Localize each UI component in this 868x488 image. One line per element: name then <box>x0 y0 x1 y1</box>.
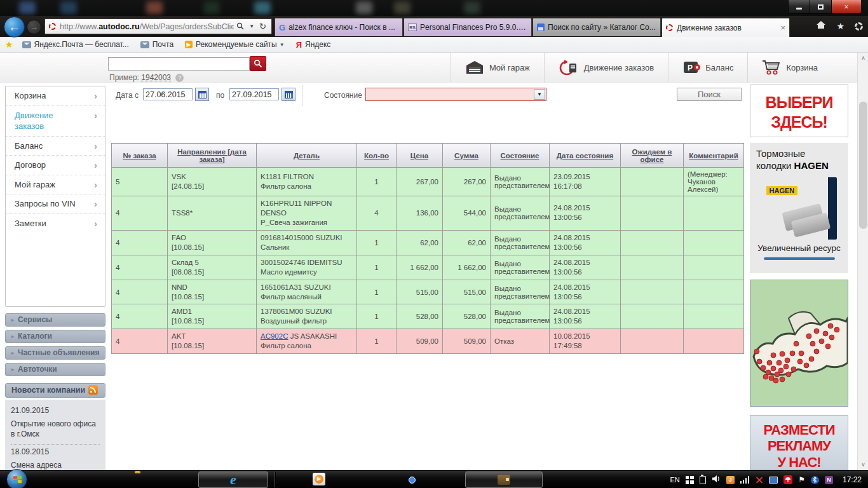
col-part[interactable]: Деталь <box>257 144 357 168</box>
news-item[interactable]: Открытие нового офиса в г.Омск <box>11 419 100 439</box>
address-dropdown-icon[interactable]: ▼ <box>249 24 254 29</box>
favorite-recommended-sites[interactable]: ▶ Рекомендуемые сайты ▼ <box>185 40 285 49</box>
favorite-yandex[interactable]: Я Яндекс <box>296 40 331 50</box>
date-to-input[interactable] <box>229 88 279 100</box>
tab-alzex-search[interactable]: G alzex finance ключ - Поиск в ... <box>275 18 403 36</box>
restore-button[interactable] <box>810 0 832 13</box>
forward-button[interactable]: → <box>27 20 41 34</box>
taskbar-ie-button[interactable]: e <box>198 471 268 488</box>
ad-place-advert[interactable]: РАЗМЕСТИ РЕКЛАМУ У НАС! <box>750 415 848 470</box>
help-icon[interactable]: ? <box>175 74 184 82</box>
col-price[interactable]: Цена <box>397 144 443 168</box>
sidebar-item-orders-movement[interactable]: Движение заказов› <box>6 106 105 137</box>
volume-icon[interactable] <box>712 474 721 485</box>
avira-antivirus-icon[interactable] <box>783 475 792 484</box>
col-sum[interactable]: Сумма <box>443 144 491 168</box>
tab-orders-movement[interactable]: Движение заказов × <box>661 18 790 37</box>
ad-hagen-brake-pads[interactable]: Тормозные колодки HAGEN HAGEN Увеличенны… <box>750 143 848 273</box>
calendar-button[interactable] <box>195 88 209 101</box>
nav-balance[interactable]: Р Баланс <box>668 53 747 82</box>
col-state-date[interactable]: Дата состояния <box>550 144 621 168</box>
col-order-no[interactable]: № заказа <box>112 144 168 168</box>
display-icon[interactable] <box>769 477 778 484</box>
sidebar-item-notes[interactable]: Заметки› <box>6 214 105 233</box>
ad-choose-here[interactable]: ВЫБЕРИ ЗДЕСЬ! <box>750 85 848 137</box>
sidebar-item-vin-requests[interactable]: Запросы по VIN› <box>6 194 105 214</box>
sidebar-item-cart[interactable]: Корзина› <box>6 86 105 106</box>
example-order-link[interactable]: 1942003 <box>141 73 171 82</box>
favorite-yandex-mail[interactable]: Яндекс.Почта — бесплат... <box>22 40 129 49</box>
orders-movement-icon <box>559 59 579 76</box>
internet-explorer-icon: e <box>230 473 236 487</box>
scroll-down-icon[interactable]: ∨ <box>858 459 868 470</box>
sidebar-item-balance[interactable]: Баланс› <box>6 137 105 156</box>
russia-map-ad[interactable] <box>750 280 848 407</box>
gear-icon[interactable] <box>855 22 863 30</box>
col-qty[interactable]: Кол-во <box>357 144 397 168</box>
favorite-mail[interactable]: Почта <box>140 40 173 49</box>
col-direction[interactable]: Направление [дата заказа] <box>168 144 257 168</box>
scroll-up-icon[interactable]: ∧ <box>858 53 868 64</box>
taskbar-media-player-button[interactable]: ▶ <box>313 473 325 485</box>
state-select[interactable]: ▼ <box>365 88 546 101</box>
chevron-right-icon: › <box>94 198 97 209</box>
red-utility-icon[interactable] <box>755 476 763 484</box>
accordion-services[interactable]: ▸Сервисы <box>5 313 105 327</box>
tab-site-search[interactable]: Поиск по сайту » Каталог Со... <box>532 18 661 36</box>
language-indicator[interactable]: EN <box>670 476 679 484</box>
sidebar-item-contract[interactable]: Договор› <box>6 156 105 175</box>
col-state[interactable]: Состояние <box>491 144 550 168</box>
onenote-icon[interactable]: N <box>825 476 833 484</box>
address-bar[interactable]: http://www.autodoc.ru/Web/Pages/ordersSu… <box>44 18 272 34</box>
tab-label: Движение заказов <box>677 24 778 32</box>
tab-label: Поиск по сайту » Каталог Со... <box>548 23 656 32</box>
search-button[interactable]: Поиск <box>677 88 742 101</box>
media-player-icon: ▶ <box>313 473 325 485</box>
screen: × ← → http://www.autodoc.ru/Web/Pages/or… <box>0 0 868 488</box>
action-center-flag-icon[interactable]: ⚑ <box>798 475 805 484</box>
calendar-button[interactable] <box>281 88 295 101</box>
news-item[interactable]: Смена адреса <box>11 460 100 470</box>
desktop-icon-blur <box>464 1 480 14</box>
nav-my-garage[interactable]: Мой гараж <box>451 53 544 82</box>
page-scrollbar[interactable]: ∧ ∨ <box>857 53 868 470</box>
taskbar-finance-app-button[interactable] <box>465 471 543 488</box>
close-button[interactable]: × <box>832 0 861 13</box>
refresh-icon[interactable]: ↻ <box>259 22 266 31</box>
date-from-input[interactable] <box>143 88 193 100</box>
start-button[interactable] <box>6 469 27 488</box>
back-button[interactable]: ← <box>4 17 25 37</box>
minimize-button[interactable] <box>789 0 810 13</box>
part-code-link[interactable]: AC902C <box>261 332 288 340</box>
tab-close-icon[interactable]: × <box>780 23 785 32</box>
add-favorite-star-icon[interactable]: ★ <box>5 39 13 50</box>
clipboard-icon[interactable] <box>700 476 706 484</box>
sidebar-menu: Корзина› Движение заказов› Баланс› Догов… <box>5 86 105 307</box>
search-icon[interactable] <box>236 22 244 31</box>
col-comment[interactable]: Комментарий <box>684 144 744 168</box>
col-waiting[interactable]: Ожидаем в офисе <box>621 144 684 168</box>
company-news-header[interactable]: Новости компании <box>5 383 105 398</box>
accordion-catalogs[interactable]: ▸Каталоги <box>5 330 105 343</box>
rss-icon[interactable] <box>88 385 98 395</box>
nav-orders-movement[interactable]: Движение заказов <box>544 53 668 82</box>
sidebar-item-my-garage[interactable]: Мой гараж› <box>6 175 105 195</box>
java-icon[interactable]: J <box>726 476 735 484</box>
bluetooth-icon[interactable] <box>811 476 819 484</box>
windows-panes-icon[interactable] <box>686 476 694 484</box>
part-search-button[interactable] <box>250 56 266 71</box>
accordion-private-ads[interactable]: ▸Частные объявления <box>5 346 105 360</box>
favorites-star-icon[interactable]: ★ <box>836 21 844 31</box>
garage-icon <box>465 60 484 75</box>
tab-personal-finances[interactable]: RS Personal Finances Pro 5.9.0.5112 <box>403 18 532 36</box>
nav-cart[interactable]: Корзина <box>747 53 832 82</box>
part-search-input[interactable] <box>108 57 250 71</box>
scrollbar-thumb[interactable] <box>859 102 867 229</box>
accordion-auto-points[interactable]: ▸Автоточки <box>5 363 105 376</box>
url-text: http://www.autodoc.ru/Web/Pages/ordersSu… <box>60 22 234 31</box>
home-icon[interactable] <box>816 20 826 32</box>
clock[interactable]: 17:22 <box>843 475 862 484</box>
chevron-down-icon: ▼ <box>280 42 285 48</box>
desktop-icon-blur <box>60 1 77 14</box>
network-signal-icon[interactable] <box>740 476 750 484</box>
